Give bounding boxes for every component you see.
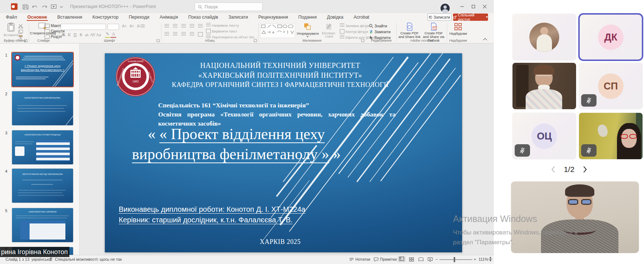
paragraph-dialog-launcher[interactable]	[254, 39, 257, 42]
create-pdf-link-button[interactable]: Create PDF and Share link	[398, 23, 421, 39]
qat-more-icon[interactable]	[60, 4, 63, 9]
tab-view[interactable]: Подання	[298, 14, 317, 21]
participant-tile-video-2[interactable]	[579, 113, 643, 159]
text-direction-button[interactable]: Напрямок тексту	[206, 23, 239, 27]
justify-icon[interactable]	[190, 32, 194, 37]
slide-thumbnail-4[interactable]: ОБГРУНТУВАННЯ МЕТОДУ ВИРОБНИЦТВА	[12, 169, 73, 203]
slide-thumbnail-3[interactable]: ХАРАКТЕРИСТИКА ГОТОВОЇ ПРОДУКЦІЇ	[12, 130, 73, 164]
columns-icon[interactable]	[198, 32, 203, 37]
bullets-icon[interactable]	[164, 24, 169, 28]
zoom-slider-handle[interactable]	[454, 257, 455, 262]
executor-block[interactable]: Виконавець дипломної роботи: Конотоп Д. …	[119, 204, 305, 225]
city-year[interactable]: ХАРКІВ 2025	[105, 238, 456, 246]
italic-button[interactable]: К	[66, 32, 72, 38]
strikethrough-button[interactable]: S	[78, 32, 84, 38]
slide-thumbnail-5[interactable]: ХАРАКТЕРИСТИКА СИРОВИНИ	[12, 208, 73, 242]
account-avatar[interactable]	[441, 4, 450, 13]
grow-font-button[interactable]: A˄	[122, 24, 127, 28]
underline-button[interactable]: П	[72, 32, 78, 38]
tab-review[interactable]: Рецензування	[258, 14, 289, 21]
collapse-ribbon-icon[interactable]	[483, 38, 487, 41]
zoom-in-button[interactable]: +	[474, 257, 476, 261]
participant-tile-oc[interactable]: ОЦ	[512, 113, 576, 159]
text-shadow-button[interactable]: ab	[84, 33, 89, 37]
slide-thumbnail-1[interactable]: « Проект відділення цеху виробництва фен…	[12, 53, 73, 87]
align-left-icon[interactable]	[164, 32, 169, 37]
quick-styles-button[interactable]: Експрес-стилі	[321, 23, 338, 38]
participant-tile-dk[interactable]: ДК	[579, 14, 643, 60]
decrease-indent-icon[interactable]	[181, 24, 186, 28]
align-center-icon[interactable]	[173, 32, 178, 37]
zoom-level[interactable]: 111%	[479, 257, 488, 261]
shrink-font-button[interactable]: A˅	[130, 24, 134, 28]
slide-canvas[interactable]: 1885 НТУ ХАРКІВСЬКИЙ ПОЛІТЕХНІЧНИЙ ІНСТИ…	[105, 53, 462, 252]
paste-button[interactable]: Вставити	[4, 23, 19, 37]
drawing-dialog-launcher[interactable]	[361, 39, 365, 42]
restore-button[interactable]	[469, 3, 478, 10]
copy-button[interactable]	[18, 30, 23, 34]
highlight-color-button[interactable]: ✎	[105, 31, 110, 38]
character-spacing-button[interactable]: AV	[90, 32, 95, 38]
participant-tile-sp[interactable]: СП	[579, 63, 643, 109]
font-dialog-launcher[interactable]	[157, 39, 160, 42]
cut-button[interactable]	[18, 24, 23, 28]
align-text-button[interactable]: Вирівняти текст	[206, 29, 237, 33]
language-button[interactable]: українська	[31, 257, 51, 261]
line-spacing-icon[interactable]	[198, 24, 203, 28]
normal-view-button[interactable]	[398, 256, 405, 262]
slide-sorter-button[interactable]	[409, 257, 414, 262]
align-right-icon[interactable]	[181, 32, 186, 37]
participant-tile-video-1[interactable]	[512, 63, 576, 109]
font-size-box[interactable]	[107, 24, 119, 30]
zoom-slider[interactable]	[439, 259, 472, 260]
share-button[interactable]: Спільний доступ	[453, 14, 488, 21]
tab-slideshow[interactable]: Показ слайдів	[187, 14, 219, 21]
tab-help[interactable]: Довідка	[326, 14, 344, 21]
fit-slide-button[interactable]	[488, 257, 493, 262]
tab-animations[interactable]: Анімація	[159, 14, 179, 21]
previous-page-icon[interactable]	[550, 166, 556, 173]
redo-icon[interactable]	[41, 4, 47, 9]
minimize-button[interactable]	[457, 3, 467, 10]
notes-button[interactable]: Нотатки	[349, 257, 370, 262]
participant-tile-photo[interactable]	[512, 14, 576, 60]
arrange-button[interactable]: Упорядкувати	[297, 23, 319, 38]
font-name-box[interactable]	[61, 24, 106, 30]
university-logo[interactable]: 1885 НТУ ХАРКІВСЬКИЙ ПОЛІТЕХНІЧНИЙ ІНСТИ…	[115, 56, 156, 97]
addins-button[interactable]: Надбудови	[449, 23, 467, 35]
tab-file[interactable]: Файл	[5, 14, 18, 21]
tab-design[interactable]: Конструктор	[92, 14, 119, 21]
tab-insert[interactable]: Вставлення	[57, 14, 83, 21]
university-line-2[interactable]: «ХАРКІВСЬКИЙ ПОЛІТЕХНІЧНИЙ ІНСТИТУТ»	[152, 71, 408, 80]
search-input[interactable]: Пошук	[195, 3, 263, 11]
undo-icon[interactable]	[32, 4, 38, 9]
clipboard-dialog-launcher[interactable]	[24, 39, 28, 42]
comments-button[interactable]: Примітки	[374, 257, 397, 262]
shapes-gallery[interactable]	[260, 23, 295, 38]
bold-button[interactable]: Ж	[61, 32, 66, 38]
close-button[interactable]	[480, 3, 489, 10]
next-page-icon[interactable]	[583, 166, 588, 173]
tab-home[interactable]: Основне	[27, 14, 48, 21]
tab-acrobat[interactable]: Acrobat	[353, 14, 370, 21]
change-case-button[interactable]: Aa	[96, 32, 101, 38]
font-color-button[interactable]: А	[111, 31, 116, 38]
replace-button[interactable]: Замінити	[369, 30, 390, 34]
accessibility-status[interactable]: Спеціальні можливості: щось не так	[55, 257, 122, 261]
shape-outline-button[interactable]: Контур фігури	[340, 29, 368, 34]
slide-thumbnail-2[interactable]: ХАРАКТЕРИСТИКА ВИРОБНИЦТВА:	[12, 91, 73, 125]
tab-record[interactable]: Записати	[228, 14, 249, 21]
save-icon[interactable]	[23, 4, 28, 9]
tab-transitions[interactable]: Переходи	[128, 14, 150, 21]
university-line-1[interactable]: НАЦІОНАЛЬНИЙ ТЕХНІЧНИЙ УНІВЕРСИТЕТ	[152, 61, 408, 70]
university-line-3[interactable]: КАФЕДРА ОРГАНІЧНИЙ СИНТЕЗ І ФАРМАЦЕВТИЧН…	[152, 81, 408, 89]
clear-formatting-button[interactable]: A⌫	[137, 24, 145, 28]
slide-editing-area[interactable]: 1885 НТУ ХАРКІВСЬКИЙ ПОЛІТЕХНІЧНИЙ ІНСТИ…	[80, 43, 494, 255]
start-slideshow-icon[interactable]	[51, 4, 57, 9]
slideshow-view-button[interactable]	[428, 257, 432, 262]
zoom-out-button[interactable]: −	[435, 257, 438, 261]
increase-indent-icon[interactable]	[190, 24, 194, 28]
speaker-tile[interactable]	[511, 181, 639, 253]
record-button[interactable]: Записати	[427, 14, 451, 21]
reading-view-button[interactable]	[419, 257, 423, 262]
